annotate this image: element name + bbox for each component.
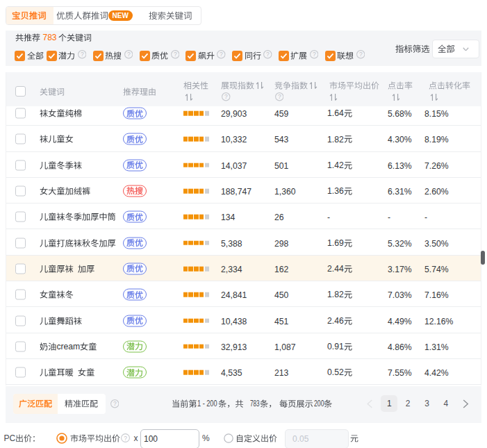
svg-text:?: ? [127, 51, 131, 58]
svg-text:?: ? [313, 51, 316, 58]
svg-text:?: ? [220, 51, 223, 58]
svg-text:?: ? [173, 51, 176, 58]
svg-text:?: ? [359, 51, 363, 58]
svg-text:?: ? [278, 94, 281, 101]
svg-text:?: ? [124, 435, 127, 442]
svg-text:?: ? [266, 51, 270, 58]
svg-text:?: ? [224, 94, 228, 101]
svg-text:?: ? [81, 51, 84, 58]
svg-text:?: ? [113, 401, 117, 408]
